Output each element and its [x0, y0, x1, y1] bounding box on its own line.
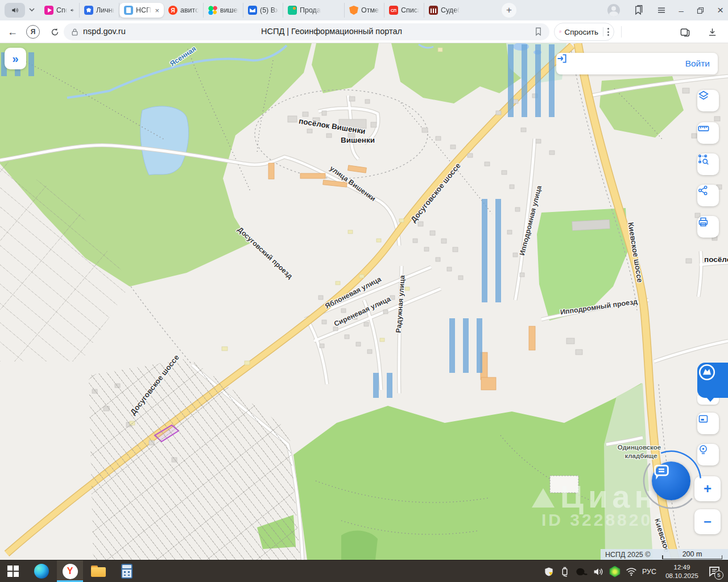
tab-favicon: Я — [168, 6, 177, 15]
ask-ai-button[interactable]: Спросить — [554, 23, 614, 41]
tab-personal[interactable]: Личны — [80, 3, 119, 18]
tab-favicon — [429, 6, 438, 15]
tab-mail[interactable]: (5) Вхо — [243, 3, 283, 18]
antivirus-icon[interactable] — [609, 566, 621, 577]
profile-avatar[interactable] — [607, 4, 620, 16]
login-label: Войти — [685, 59, 710, 69]
ruler-icon — [697, 122, 710, 135]
security-shield-icon[interactable] — [543, 566, 555, 577]
global-mute-button[interactable] — [5, 3, 25, 18]
map-label: посёло — [704, 255, 728, 264]
chat-button[interactable] — [652, 462, 690, 500]
panels-icon — [680, 27, 690, 38]
tab-sudebnye[interactable]: Судебн — [424, 3, 464, 18]
map-label: посёлок Вишенки — [298, 117, 366, 135]
calculator-icon — [121, 564, 133, 579]
time: 12:49 — [674, 564, 690, 571]
map-label: Ипподромный проезд — [560, 298, 638, 317]
notification-center[interactable]: 5 — [708, 564, 722, 579]
tab-favicon — [349, 6, 358, 15]
back-button[interactable]: ← — [6, 25, 19, 39]
close-button[interactable]: × — [717, 4, 723, 16]
url-text: nspd.gov.ru — [83, 27, 126, 36]
tab-otmena[interactable]: Отмен — [345, 3, 384, 18]
measure-button[interactable] — [697, 122, 719, 144]
basemap-active-button[interactable] — [697, 363, 728, 398]
start-button[interactable] — [0, 560, 26, 582]
tab-spisanie[interactable]: СПСписан — [384, 3, 424, 18]
usb-device-icon[interactable] — [560, 566, 570, 577]
folder-icon — [91, 566, 106, 577]
page-title: НСПД | Геоинформационный портал — [261, 27, 402, 36]
system-tray: РУС 12:4908.10.2025 5 — [543, 560, 728, 582]
bookmarks-panel-icon[interactable] — [632, 5, 644, 16]
windows-icon — [7, 566, 19, 577]
expand-sidebar-button[interactable]: » — [5, 48, 26, 69]
layers-button[interactable] — [697, 90, 719, 111]
map-label: Киевское шоссе — [626, 222, 644, 283]
tab-title: Отмен — [361, 6, 379, 14]
login-bar[interactable]: Войти — [556, 53, 718, 74]
marsh-pattern — [373, 373, 399, 398]
language-indicator[interactable]: РУС — [642, 568, 656, 576]
restore-button[interactable] — [696, 6, 705, 15]
speaker-icon — [11, 6, 19, 14]
map-viewport[interactable]: Ясенная посёлок Вишенки Вишенки улица Ви… — [0, 43, 728, 560]
download-icon — [708, 27, 717, 37]
map-label: Досуговский проезд — [236, 226, 294, 280]
minimap-button[interactable] — [697, 413, 719, 434]
taskbar-calculator[interactable] — [114, 560, 140, 582]
tab-favicon — [124, 6, 133, 15]
printer-icon — [697, 216, 709, 228]
wifi-icon[interactable] — [626, 567, 637, 576]
date: 08.10.2025 — [665, 572, 698, 579]
more-options-icon[interactable] — [603, 27, 609, 36]
tab-vishenki[interactable]: вишен — [204, 3, 243, 18]
tab-favicon: СП — [389, 6, 398, 15]
map-label: улица Вишенки — [328, 164, 377, 203]
yandex-browser-icon: Y — [63, 564, 78, 579]
tab-title: Спо — [56, 6, 67, 14]
tab-avito[interactable]: Яавито — [164, 3, 204, 18]
url-field[interactable]: nspd.gov.ru НСПД | Геоинформационный пор… — [64, 23, 549, 40]
map-label: Киевское — [653, 517, 671, 554]
tab-sport[interactable]: Спо — [40, 3, 80, 18]
ai-sparkle-icon — [559, 27, 561, 36]
device-icon[interactable] — [575, 567, 588, 577]
chevron-down-icon — [27, 5, 36, 14]
map-label: Радужная улица — [394, 275, 406, 333]
tab-list-chevron[interactable] — [27, 5, 38, 15]
tab-title: Прода — [300, 6, 321, 14]
chat-widget[interactable] — [632, 442, 710, 519]
bookmark-icon[interactable] — [534, 27, 543, 36]
map-label: Ясенная — [168, 45, 197, 68]
tab-close-icon[interactable]: × — [155, 6, 159, 15]
taskbar-explorer[interactable] — [85, 560, 111, 582]
downloads-button[interactable] — [705, 25, 719, 39]
allotment-grid — [80, 350, 307, 560]
minimap-icon — [697, 413, 709, 425]
tab-favicon — [44, 6, 53, 15]
yandex-services-button[interactable]: Я — [26, 25, 40, 39]
taskbar-yandex-browser[interactable]: Y — [57, 560, 83, 582]
share-button[interactable] — [697, 185, 719, 206]
marsh-pattern — [482, 199, 502, 302]
tab-nspd-active[interactable]: НСП× — [119, 3, 164, 18]
tab-prodazha[interactable]: Прода — [283, 3, 345, 18]
refresh-button[interactable] — [48, 25, 61, 39]
marsh-pattern — [508, 44, 562, 117]
menu-icon[interactable] — [656, 5, 667, 15]
taskbar-edge[interactable] — [28, 560, 55, 582]
sidebar-panels-button[interactable] — [678, 25, 692, 39]
print-button[interactable] — [697, 216, 719, 238]
map-label: Вишенки — [341, 136, 375, 144]
minimize-button[interactable]: – — [679, 6, 684, 15]
volume-icon[interactable] — [593, 567, 604, 577]
ask-label: Спросить — [564, 28, 598, 36]
clock[interactable]: 12:4908.10.2025 — [661, 563, 702, 580]
new-tab-button[interactable]: + — [502, 3, 516, 18]
divider — [621, 26, 622, 38]
polygon-search-icon — [697, 153, 710, 166]
area-search-button[interactable] — [697, 153, 719, 175]
refresh-icon — [50, 27, 60, 37]
